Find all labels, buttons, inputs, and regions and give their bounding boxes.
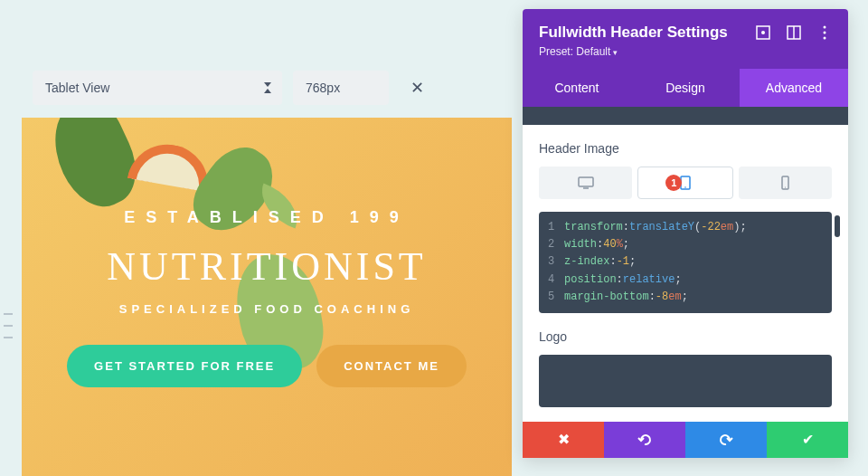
focus-icon[interactable] [756,25,770,40]
svg-point-5 [824,32,826,34]
svg-point-12 [785,186,786,187]
resize-handle[interactable] [4,313,13,338]
established-text: ESTABLISED 199 [22,208,512,227]
device-desktop-tab[interactable] [539,167,632,199]
undo-button[interactable] [604,422,685,458]
preview-canvas: ESTABLISED 199 NUTRITIONIST SPECIALIZED … [22,118,512,476]
preset-dropdown[interactable]: Preset: Default [539,45,832,58]
brand-title: NUTRITIONIST [22,243,512,290]
width-input[interactable]: 768px [293,71,389,105]
close-width-icon[interactable]: ✕ [400,71,434,105]
collapsed-code-box[interactable] [523,107,848,125]
scrollbar-thumb[interactable] [835,215,840,237]
save-button[interactable]: ✔ [767,422,848,458]
redo-button[interactable] [685,422,767,458]
more-icon[interactable] [817,25,832,40]
section-header-image-label: Header Image [539,141,832,156]
tab-content[interactable]: Content [523,69,631,107]
tab-advanced[interactable]: Advanced [740,69,848,107]
svg-point-4 [824,26,826,29]
svg-point-1 [761,31,765,34]
device-tablet-tab[interactable]: 1 [637,167,732,199]
css-code-editor[interactable]: 1transform:translateY(-22em); 2width:40%… [539,212,832,313]
svg-point-6 [824,37,826,40]
panel-title: Fullwidth Header Settings [539,24,728,42]
svg-rect-7 [579,177,593,186]
view-dropdown-label: Tablet View [45,81,109,95]
settings-panel: Fullwidth Header Settings Preset: Defaul… [523,9,848,458]
logo-code-editor[interactable] [539,355,832,407]
cta-primary-button[interactable]: GET STARTED FOR FREE [67,345,302,387]
split-view-icon[interactable] [787,25,801,40]
tagline-text: SPECIALIZED FOOD COACHING [22,302,512,316]
view-dropdown[interactable]: Tablet View [33,71,282,105]
cta-secondary-button[interactable]: CONTACT ME [316,345,467,387]
width-value: 768px [306,81,340,95]
cancel-button[interactable]: ✖ [523,422,604,458]
tab-design[interactable]: Design [631,69,740,107]
device-phone-tab[interactable] [739,167,832,199]
section-logo-label: Logo [539,329,832,344]
svg-point-10 [684,186,686,188]
